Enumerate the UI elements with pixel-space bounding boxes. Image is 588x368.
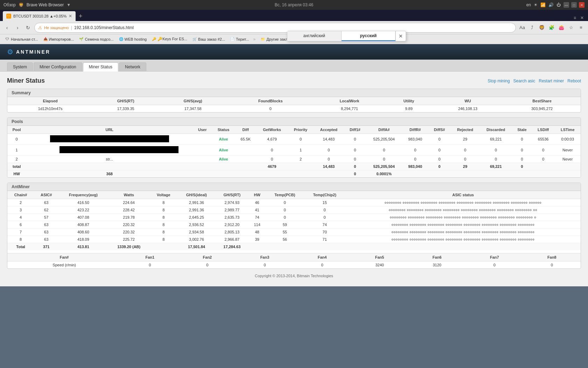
am-total-temp-pcb (266, 243, 304, 251)
pool-total-accepted: 14,483 (313, 163, 344, 170)
bookmark-keys[interactable]: 🔑 🔑Keys For ES... (149, 36, 189, 42)
antminer-section-title: AntMiner (7, 183, 581, 191)
restart-miner-link[interactable]: Restart miner (539, 79, 564, 83)
menu-icon[interactable]: ≡ (577, 23, 585, 32)
bookmark-webhosting[interactable]: 🌐 WEB hosting (117, 36, 149, 42)
wallet-icon[interactable]: 👛 (557, 23, 566, 32)
pool-1-diffs: 0 (428, 145, 451, 156)
pool-hw-label: HW (7, 170, 26, 178)
pool-total-diffr: 983,040 (402, 163, 428, 170)
bookmarks-overflow-icon[interactable]: » (253, 37, 256, 42)
am-col-temp-pcb: Temp(PCB) (266, 191, 304, 199)
volume-icon: 🔊 (548, 2, 554, 7)
tab-menu-icon[interactable]: ≡ (572, 15, 578, 21)
bookmark-terr-label: Терит... (236, 37, 249, 41)
lang-close-button[interactable]: ✕ (396, 31, 406, 41)
browser-dropdown-icon[interactable]: ▼ (66, 2, 71, 7)
am-total-temp-chip2 (304, 243, 345, 251)
pool-2-lsdiff: 0 (532, 156, 555, 163)
forward-button[interactable]: › (13, 23, 22, 32)
bookmark-webhosting-label: WEB hosting (125, 37, 147, 41)
back-button[interactable]: ‹ (3, 23, 11, 32)
am-temp-pcb3: 0 (266, 206, 304, 214)
bookmark-seeds[interactable]: 🌱 Семена подсо... (77, 36, 115, 42)
am-ghs-rt7: 2,805.13 (216, 229, 248, 236)
am-temp-pcb7: 55 (266, 229, 304, 236)
am-total-ghs-rt: 17,284.63 (216, 243, 248, 251)
am-ghs-ideal8: 3,002.76 (177, 236, 216, 243)
tab-network[interactable]: Network (119, 62, 146, 71)
am-ghs-rt3: 2,989.77 (216, 206, 248, 214)
extensions-icon[interactable]: 🧩 (547, 23, 556, 32)
maximize-button[interactable]: □ (571, 2, 577, 8)
pool-2-user (193, 156, 212, 163)
brave-shield-icon[interactable]: 🦁 (538, 23, 546, 32)
translate-icon[interactable]: Aa (518, 23, 526, 32)
pool-0-diff: 65.5K (235, 134, 256, 145)
page-content: ⚙ ANTMINER System Miner Configuration Mi… (0, 44, 588, 286)
am-freq8: 418.09 (58, 236, 108, 243)
minimize-button[interactable]: — (564, 2, 569, 8)
am-asic-status7: oooooooo oooooooo oooooooo oooooooo oooo… (345, 229, 581, 236)
bookmark-home[interactable]: 🛡 Начальная ст... (3, 36, 40, 42)
reboot-link[interactable]: Reboot (567, 79, 581, 83)
page-title: Miner Status (7, 77, 45, 84)
share-icon[interactable]: ⤴ (528, 23, 536, 32)
fan-col-7: Fan7 (466, 253, 523, 261)
pool-0-user (193, 134, 212, 145)
pool-hw-getworks (256, 170, 288, 178)
address-bar-container[interactable]: ⚠ Не защищено | 192.168.0.105/minerStatu… (34, 23, 516, 33)
tab-miner-configuration[interactable]: Miner Configuration (34, 62, 82, 71)
am-col-freq: Frequency(avg) (58, 191, 108, 199)
antminer-table: Chain# ASIC# Frequency(avg) Watts Voltag… (7, 191, 581, 250)
antminer-icon: ⚙ (7, 48, 13, 56)
fan-speed-label: Speed (r/min) (7, 261, 121, 269)
summary-table: Elapsed GH/S(RT) GH/S(avg) FoundBlocks L… (7, 97, 581, 112)
tab-close-window-icon[interactable]: ✕ (579, 15, 585, 21)
pool-1-rejected: 0 (451, 145, 480, 156)
am-freq2: 416.50 (58, 199, 108, 206)
lang-russian-button[interactable]: русский (342, 31, 396, 41)
summary-title: Summary (7, 89, 581, 97)
am-ghs-rt8: 2,966.87 (216, 236, 248, 243)
tab-miner-status[interactable]: Miner Status (83, 62, 118, 71)
pool-0-priority: 0 (288, 134, 313, 145)
summary-foundblocks: 0 (227, 105, 313, 113)
search-asic-link[interactable]: Search asic (513, 79, 536, 83)
tab-title: BTCUSDT 30310.28 ▲+0.05% (13, 14, 66, 18)
pool-total-rejected: 29 (451, 163, 480, 170)
not-secure-label: Не защищено (44, 26, 69, 30)
bookmark-import[interactable]: 📥 Импортиров... (41, 36, 76, 42)
am-total-hw (248, 243, 266, 251)
bookmark-order[interactable]: 🛒 Ваш заказ #2... (190, 36, 227, 42)
am-col-hw: HW (248, 191, 266, 199)
pool-total-label: total (7, 163, 26, 170)
new-tab-button[interactable]: + (76, 11, 85, 21)
pool-total-status (212, 163, 235, 170)
am-chain2: 2 (7, 199, 34, 206)
summary-elapsed: 1d12h10m47s (7, 105, 93, 113)
browser-tab-active[interactable]: 🛡 BTCUSDT 30310.28 ▲+0.05% ✕ (3, 11, 76, 21)
pool-hw-status (212, 170, 235, 178)
pool-2-diffa: 0 (366, 156, 402, 163)
bookmark-terr[interactable]: 📄 Терит... (228, 36, 251, 42)
antminer-header: ⚙ ANTMINER (0, 44, 588, 60)
bookmark-home-label: Начальная ст... (11, 37, 38, 41)
lang-english-button[interactable]: английский (287, 31, 342, 41)
am-col-asic-status: ASIC status (345, 191, 581, 199)
am-chain6: 6 (7, 221, 34, 229)
pools-table: Pool URL User Status Diff GetWorks Prior… (7, 126, 581, 177)
am-asic3: 62 (34, 206, 58, 214)
bookmark-keys-label: 🔑Keys For ES... (158, 37, 187, 41)
tab-system[interactable]: System (7, 62, 33, 71)
am-col-ghs-rt: GH/S(RT) (216, 191, 248, 199)
tab-close-icon[interactable]: ✕ (69, 14, 72, 19)
reload-button[interactable]: ↻ (24, 23, 32, 32)
am-col-asic: ASIC# (34, 191, 58, 199)
stop-mining-link[interactable]: Stop mining (488, 79, 510, 83)
bookmark-icon[interactable]: ☆ (567, 23, 575, 32)
am-col-watts: Watts (108, 191, 150, 199)
close-button[interactable]: ✕ (579, 2, 584, 8)
pool-total-lstime (554, 163, 581, 170)
am-asic8: 63 (34, 236, 58, 243)
